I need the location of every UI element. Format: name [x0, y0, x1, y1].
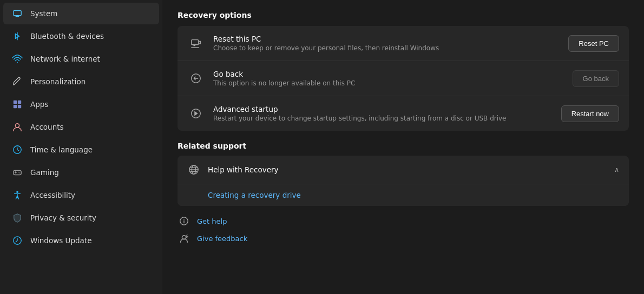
sidebar-item-bluetooth[interactable]: Bluetooth & devices [3, 25, 159, 47]
svg-line-32 [186, 235, 188, 236]
sidebar-item-update[interactable]: Windows Update [3, 230, 159, 251]
advanced-startup-content: Advanced startupRestart your device to c… [213, 105, 553, 122]
sidebar-item-label-time: Time & language [30, 145, 93, 154]
sidebar-item-accessibility[interactable]: Accessibility [3, 184, 159, 206]
reset-pc-button[interactable]: Reset PC [568, 35, 619, 52]
network-icon [12, 54, 23, 64]
go-back-content: Go backThis option is no longer availabl… [213, 70, 564, 87]
sidebar-item-network[interactable]: Network & internet [3, 48, 159, 70]
apps-icon [12, 99, 23, 110]
sidebar-item-personalization[interactable]: Personalization [3, 71, 159, 92]
go-back-button: Go back [573, 70, 619, 87]
time-icon [12, 144, 23, 155]
personalization-icon [12, 76, 23, 87]
creating-recovery-drive-link[interactable]: Creating a recovery drive [208, 191, 301, 199]
accessibility-icon [12, 190, 23, 201]
advanced-startup-button[interactable]: Restart now [561, 105, 619, 122]
sidebar-item-label-system: System [30, 9, 57, 18]
go-back-icon [187, 70, 205, 87]
privacy-icon [12, 212, 23, 223]
accounts-icon [12, 122, 23, 132]
chevron-up-icon: ∧ [614, 166, 619, 173]
sidebar-item-label-apps: Apps [30, 100, 48, 109]
sidebar-item-label-accessibility: Accessibility [30, 191, 75, 199]
svg-rect-18 [192, 40, 199, 45]
help-recovery-label: Help with Recovery [208, 165, 607, 174]
help-recovery-row[interactable]: Help with Recovery∧ [178, 156, 629, 184]
system-icon [12, 8, 23, 19]
give-feedback-link[interactable]: Give feedback [197, 235, 247, 243]
sidebar-item-label-network: Network & internet [30, 55, 100, 63]
sidebar-item-label-update: Windows Update [30, 236, 91, 245]
recovery-row-reset-pc: Reset this PCChoose to keep or remove yo… [178, 26, 629, 61]
sidebar-item-label-gaming: Gaming [30, 168, 59, 177]
reset-pc-title: Reset this PC [213, 35, 560, 43]
update-icon [12, 235, 23, 246]
svg-rect-0 [14, 11, 21, 16]
reset-pc-desc: Choose to keep or remove your personal f… [213, 44, 560, 52]
get-help-icon [178, 215, 190, 228]
sidebar-item-accounts[interactable]: Accounts [3, 116, 159, 138]
recovery-row-go-back: Go backThis option is no longer availabl… [178, 61, 629, 96]
sidebar-item-label-privacy: Privacy & security [30, 213, 96, 222]
advanced-startup-title: Advanced startup [213, 105, 553, 113]
advanced-startup-desc: Restart your device to change startup se… [213, 115, 553, 122]
reset-pc-icon [187, 35, 205, 52]
recovery-options-card: Reset this PCChoose to keep or remove yo… [178, 26, 629, 131]
svg-rect-6 [18, 101, 21, 104]
main-content: Recovery options Reset this PCChoose to … [162, 0, 644, 294]
sidebar-item-label-accounts: Accounts [30, 123, 64, 131]
help-recovery-expanded: Creating a recovery drive [178, 184, 629, 206]
recovery-row-advanced-startup: Advanced startupRestart your device to c… [178, 96, 629, 131]
get-help-link[interactable]: Get help [197, 217, 227, 225]
sidebar-item-system[interactable]: System [3, 3, 159, 24]
related-support-title: Related support [178, 142, 629, 150]
sidebar-item-gaming[interactable]: Gaming [3, 162, 159, 183]
go-back-desc: This option is no longer available on th… [213, 79, 564, 87]
svg-point-16 [16, 191, 18, 193]
bottom-link-row-give-feedback[interactable]: Give feedback [178, 232, 629, 245]
bluetooth-icon [12, 31, 23, 42]
svg-rect-7 [14, 105, 17, 108]
globe-icon [187, 163, 200, 176]
svg-point-15 [19, 172, 20, 173]
bottom-link-row-get-help[interactable]: Get help [178, 215, 629, 228]
sidebar-item-privacy[interactable]: Privacy & security [3, 207, 159, 229]
svg-point-14 [18, 172, 19, 172]
go-back-title: Go back [213, 70, 564, 78]
sidebar-item-time[interactable]: Time & language [3, 139, 159, 161]
sidebar-item-apps[interactable]: Apps [3, 93, 159, 115]
recovery-options-title: Recovery options [178, 11, 629, 19]
advanced-startup-icon [187, 105, 205, 122]
bottom-links: Get help Give feedback [178, 215, 629, 245]
svg-rect-8 [18, 105, 21, 108]
sidebar-item-label-bluetooth: Bluetooth & devices [30, 32, 104, 41]
related-support-card: Help with Recovery∧Creating a recovery d… [178, 156, 629, 206]
svg-rect-5 [14, 101, 17, 104]
svg-point-9 [15, 124, 19, 128]
reset-pc-content: Reset this PCChoose to keep or remove yo… [213, 35, 560, 52]
sidebar: System Bluetooth & devices Network & int… [0, 0, 162, 294]
gaming-icon [12, 167, 23, 178]
give-feedback-icon [178, 232, 190, 245]
svg-point-30 [183, 219, 184, 220]
sidebar-item-label-personalization: Personalization [30, 77, 86, 86]
svg-point-4 [17, 62, 18, 63]
